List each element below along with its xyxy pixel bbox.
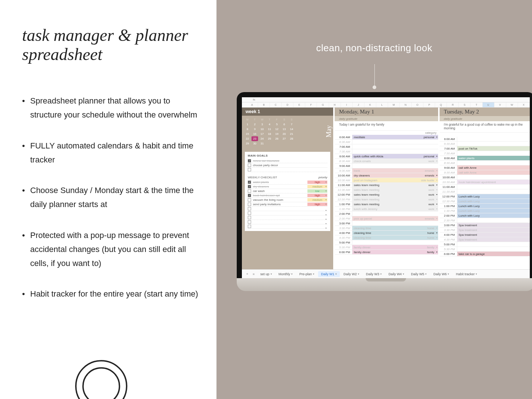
checkbox[interactable]: ✓ [248, 181, 251, 184]
task-cell[interactable] [457, 247, 530, 251]
all-sheets-button[interactable]: ≡ [251, 272, 257, 276]
checklist-row[interactable] [248, 216, 327, 220]
column-header[interactable]: I [341, 102, 353, 107]
calendar-day[interactable]: 25 [266, 136, 273, 141]
calendar-day[interactable]: 21 [288, 132, 295, 136]
schedule-row[interactable]: 4:30 PMSpa treatment [440, 237, 530, 242]
schedule-row[interactable]: 6:30 AM [440, 141, 530, 146]
category-select[interactable] [417, 240, 438, 245]
checkbox[interactable]: ✓ [248, 159, 251, 162]
task-cell[interactable]: bank [352, 168, 417, 173]
checkbox[interactable]: ✓ [248, 194, 251, 197]
column-header[interactable]: U [483, 102, 494, 107]
calendar-day[interactable]: 10 [259, 127, 265, 132]
checkbox[interactable] [248, 211, 251, 215]
schedule-row[interactable]: 8:00 AMquick coffee with Aliciapersonal [335, 154, 438, 159]
category-select[interactable]: family [417, 250, 438, 254]
priority-select[interactable]: medium [307, 185, 327, 188]
task-cell[interactable] [457, 137, 530, 141]
schedule-row[interactable]: 2:00 PMLunch with Lucy [440, 213, 530, 218]
task-cell[interactable]: dry cleaners [352, 173, 417, 178]
schedule-row[interactable]: 11:00 AM [440, 185, 530, 189]
column-header[interactable]: N [400, 102, 412, 107]
task-cell[interactable] [457, 242, 530, 246]
checklist-row[interactable]: ✓renew car insurance [248, 159, 327, 163]
chevron-down-icon[interactable]: ▾ [476, 273, 477, 276]
schedule-row[interactable]: 6:00 AMmeditatepersonal [335, 135, 438, 140]
day1-gratitude-input[interactable]: Today I am grateful for my family [335, 121, 438, 131]
calendar-day[interactable]: 9 [251, 127, 258, 132]
task-cell[interactable]: pick up parcel [352, 216, 417, 221]
category-select[interactable]: family [417, 245, 438, 249]
schedule-row[interactable]: 6:00 AM [440, 137, 530, 141]
task-cell[interactable]: sales team meeting [352, 188, 417, 192]
calendar-day[interactable]: 1 [244, 122, 251, 127]
schedule-row[interactable]: 9:30 AMbankerrands [335, 168, 438, 173]
task-cell[interactable] [457, 189, 530, 194]
task-cell[interactable]: quick coffee with Alicia [352, 154, 417, 158]
sheet-tab[interactable]: Daily W6▾ [430, 271, 452, 277]
task-cell[interactable]: Lunch with Lucy [457, 194, 530, 199]
calendar-day[interactable]: 16 [251, 132, 258, 136]
formula-bar[interactable]: fx [242, 97, 530, 102]
category-select[interactable]: home [417, 226, 438, 230]
task-cell[interactable]: sales team meeting [352, 183, 417, 187]
checklist-row[interactable]: ✓dry cleanersmedium [248, 185, 327, 189]
category-select[interactable]: home [417, 235, 438, 240]
category-select[interactable]: work [417, 188, 438, 192]
category-select[interactable]: personal [417, 135, 438, 139]
sheet-tab[interactable]: Daily W3▾ [363, 271, 385, 277]
column-header[interactable]: B [258, 102, 270, 107]
column-header[interactable]: K [364, 102, 376, 107]
schedule-row[interactable]: 6:00 PMfamily dinnerfamily [335, 250, 438, 255]
checkbox[interactable] [248, 164, 251, 167]
sheet-tabs-bar[interactable]: ＋ ≡ set up▾Monthly▾Pre-plan▾Daily W1▾Dai… [242, 269, 530, 278]
schedule-row[interactable]: 1:30 PMlunch with Jeremywork [335, 207, 438, 211]
schedule-row[interactable]: 5:30 PMfamily dinnerfamily [335, 245, 438, 250]
checklist-text[interactable]: send party invitations [253, 203, 281, 206]
task-cell[interactable]: book hairdresser apointment [457, 180, 530, 184]
checklist-row[interactable] [248, 211, 327, 216]
column-header[interactable]: V [494, 102, 506, 107]
task-cell[interactable]: Spa treatment [457, 232, 530, 237]
task-cell[interactable] [352, 149, 417, 154]
calendar-day[interactable]: 5 [274, 122, 280, 127]
schedule-row[interactable]: 2:30 PM [440, 218, 530, 223]
schedule-row[interactable]: 2:30 PMpick up parcelerrands [335, 216, 438, 221]
checklist-row[interactable]: vacuum the living roommedium [248, 198, 327, 202]
task-cell[interactable] [457, 161, 530, 165]
chevron-down-icon[interactable]: ▾ [448, 273, 449, 276]
category-select[interactable]: home [417, 231, 438, 235]
category-select[interactable]: work [417, 197, 438, 202]
calendar-day[interactable]: 15 [244, 132, 251, 136]
chevron-down-icon[interactable]: ▾ [335, 273, 337, 276]
task-cell[interactable] [352, 221, 417, 225]
calendar-day[interactable] [266, 141, 273, 146]
checkbox[interactable] [248, 203, 251, 206]
calendar-day[interactable]: 29 [244, 141, 251, 146]
calendar-day[interactable]: 13 [281, 127, 288, 132]
category-select[interactable] [417, 221, 438, 225]
schedule-row[interactable]: 11:30 AM [440, 189, 530, 194]
category-select[interactable] [417, 144, 438, 149]
column-header[interactable]: R [447, 102, 459, 107]
task-cell[interactable] [352, 140, 417, 144]
calendar-day[interactable]: 24 [259, 136, 265, 141]
task-cell[interactable]: meditate [352, 135, 417, 139]
sheet-tab[interactable]: Daily W2▾ [341, 271, 362, 277]
category-select[interactable]: errands [417, 173, 438, 178]
calendar-day[interactable]: 23 [251, 136, 258, 141]
checklist-row[interactable]: ✓book hairdresser apthigh [248, 193, 327, 198]
column-header[interactable]: M [388, 102, 400, 107]
calendar-day[interactable]: 12 [274, 127, 280, 132]
schedule-row[interactable]: 1:30 PMLunch with Lucy [440, 209, 530, 213]
checklist-text[interactable]: choose party decor [253, 164, 278, 167]
calendar-day[interactable] [274, 141, 280, 146]
mini-calendar[interactable]: MTWTFSS123456789101112131415161718192021… [242, 116, 324, 147]
column-header[interactable]: G [317, 102, 329, 107]
task-cell[interactable] [352, 240, 417, 245]
schedule-row[interactable]: 3:00 PMSpa treatment [440, 223, 530, 228]
calendar-day[interactable]: 3 [259, 122, 265, 127]
schedule-row[interactable]: 2:00 PM [335, 211, 438, 216]
task-cell[interactable] [352, 164, 417, 168]
